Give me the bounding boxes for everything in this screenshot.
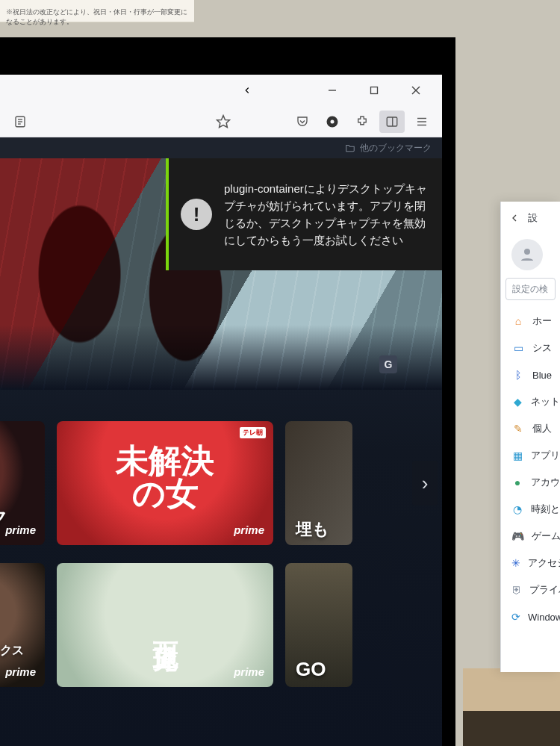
svg-point-10 (331, 119, 335, 123)
carousel-row: ブレット・エクスプレス 弾丸特急 prime 下剋上球児 prime GO (0, 554, 442, 696)
nav-item-home[interactable]: ⌂ ホー (501, 308, 560, 335)
svg-marker-8 (217, 115, 230, 127)
nav-item-privacy[interactable]: ⛨ プライバ (501, 576, 560, 603)
bluetooth-icon: ᛒ (511, 368, 525, 382)
reader-mode-icon[interactable] (7, 111, 33, 133)
gamepad-icon: 🎮 (511, 529, 524, 543)
shield-icon: ⛨ (511, 583, 522, 597)
clock-icon: ◔ (511, 503, 523, 516)
content-card[interactable]: 下剋上球児 prime (57, 563, 273, 687)
warning-icon: ! (181, 199, 212, 230)
nav-label: アカウ (531, 476, 560, 489)
folder-icon (345, 143, 355, 153)
bookmark-bar: 他のブックマーク (0, 137, 442, 158)
tabs-overflow-chevron-icon[interactable] (242, 85, 252, 96)
prime-badge: prime (234, 665, 264, 678)
nav-item-apps[interactable]: ▦ アプリ (501, 442, 560, 469)
pocket-icon[interactable] (290, 111, 315, 133)
nav-item-update[interactable]: ⟳ Window (501, 603, 560, 630)
window-maximize-button[interactable] (358, 80, 390, 101)
card-title: 未解決 の女 (116, 445, 214, 511)
settings-search-input[interactable]: 設定の検 (505, 278, 556, 300)
brush-icon: ✎ (511, 422, 525, 435)
window-titlebar (0, 75, 442, 106)
nav-label: ゲーム (532, 529, 560, 543)
prime-badge: prime (5, 523, 36, 536)
nav-label: ネット (531, 395, 560, 408)
hamburger-menu-icon[interactable] (409, 111, 435, 133)
bookmark-star-icon[interactable] (211, 111, 236, 133)
content-card[interactable]: ブレット・エクスプレス 弾丸特急 prime (0, 563, 45, 687)
nav-item-bluetooth[interactable]: ᛒ Blue (501, 361, 560, 388)
monitor-bezel: 他のブックマーク G ! plugin-containerによりデスクトップキャ… (0, 37, 455, 746)
note-text: ※祝日法の改正などにより、祝日・休日・行事が一部変更になることがあります。 (6, 8, 187, 25)
settings-nav: ⌂ ホー ▭ シス ᛒ Blue ◆ ネット ✎ 個人 ▦ アプリ ● アカウ … (501, 308, 560, 630)
search-placeholder: 設定の検 (512, 283, 548, 296)
nav-label: プライバ (529, 583, 560, 597)
nav-label: 個人 (532, 422, 552, 435)
settings-header: 設 (501, 202, 560, 234)
nav-label: 時刻と (531, 503, 560, 516)
network-badge: テレ朝 (240, 427, 266, 438)
account-icon: ● (511, 476, 523, 489)
browser-toolbar (0, 106, 442, 137)
content-card[interactable]: テレ朝 未解決 の女 prime (57, 421, 273, 545)
other-bookmarks-label[interactable]: 他のブックマーク (360, 142, 432, 155)
nav-item-time[interactable]: ◔ 時刻と (501, 496, 560, 523)
nav-item-accounts[interactable]: ● アカウ (501, 469, 560, 496)
prime-badge: prime (234, 523, 264, 536)
prime-badge: prime (5, 665, 36, 678)
nav-label: シス (532, 341, 552, 355)
card-title: 埋も (296, 520, 329, 538)
update-icon: ⟳ (511, 610, 520, 624)
nav-item-gaming[interactable]: 🎮 ゲーム (501, 523, 560, 550)
nav-item-accessibility[interactable]: ✳ アクセシ (501, 550, 560, 576)
svg-point-16 (524, 249, 530, 255)
carousel-row: ガバンク 最終決戦 prime テレ朝 未解決 の女 prime 埋も › (0, 412, 442, 554)
content-card[interactable]: ガバンク 最終決戦 prime (0, 421, 45, 545)
back-arrow-icon[interactable] (508, 212, 520, 224)
user-avatar-icon[interactable] (511, 239, 543, 270)
svg-rect-11 (387, 117, 397, 126)
toast-message: plugin-containerによりデスクトップキャプチャが妨げられています。… (224, 180, 429, 249)
nav-label: Blue (532, 370, 552, 381)
desk-paper-note: ※祝日法の改正などにより、祝日・休日・行事が一部変更になることがあります。 (0, 0, 194, 22)
nav-item-network[interactable]: ◆ ネット (501, 388, 560, 415)
content-card[interactable]: 埋も (285, 421, 352, 545)
nav-item-personalization[interactable]: ✎ 個人 (501, 415, 560, 442)
svg-rect-1 (371, 87, 378, 94)
nav-label: アクセシ (528, 556, 560, 570)
apps-icon: ▦ (511, 449, 523, 462)
desktop-wallpaper-strip (463, 668, 560, 746)
window-close-button[interactable] (400, 80, 432, 101)
sidebar-toggle-icon[interactable] (379, 111, 405, 133)
window-minimize-button[interactable] (317, 80, 348, 101)
content-card[interactable]: GO (285, 563, 352, 687)
settings-window: 設 設定の検 ⌂ ホー ▭ シス ᛒ Blue ◆ ネット ✎ 個人 ▦ アプリ (500, 202, 560, 672)
page-content: G ! plugin-containerによりデスクトップキャプチャが妨げられて… (0, 158, 442, 746)
screen: 他のブックマーク G ! plugin-containerによりデスクトップキャ… (0, 75, 442, 746)
capture-blocked-toast: ! plugin-containerによりデスクトップキャプチャが妨げられていま… (166, 158, 442, 270)
accessibility-icon: ✳ (511, 556, 520, 570)
extensions-icon[interactable] (349, 111, 375, 133)
nav-label: アプリ (531, 449, 560, 462)
nav-item-system[interactable]: ▭ シス (501, 335, 560, 361)
disc-icon[interactable] (320, 111, 345, 133)
rating-badge: G (379, 355, 397, 373)
settings-title: 設 (528, 211, 538, 225)
card-title: 下剋上球児 (148, 621, 182, 629)
home-icon: ⌂ (511, 314, 525, 328)
card-title: GO (296, 658, 326, 680)
carousel-next-icon[interactable]: › (412, 461, 438, 506)
wifi-icon: ◆ (511, 395, 523, 408)
nav-label: ホー (532, 314, 552, 328)
nav-label: Window (528, 612, 560, 623)
system-icon: ▭ (511, 341, 525, 355)
